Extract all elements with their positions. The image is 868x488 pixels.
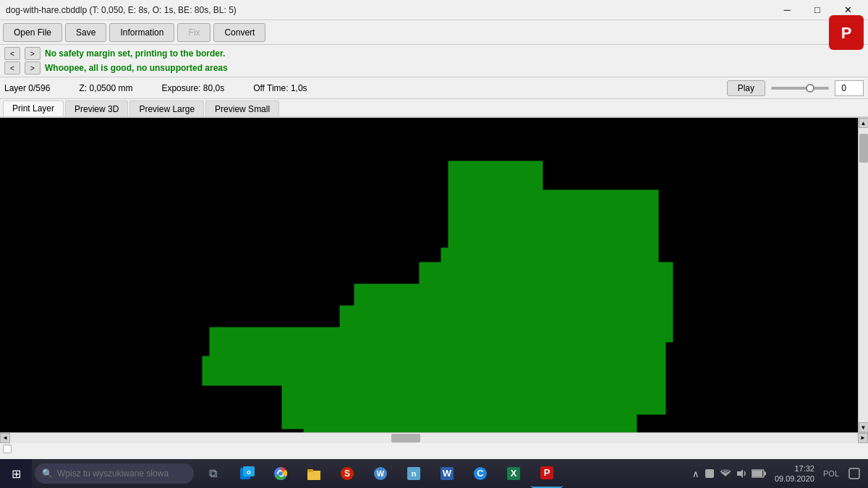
outlook-icon: o bbox=[239, 466, 255, 481]
save-button[interactable]: Save bbox=[65, 23, 106, 42]
z-info: Z: 0,0500 mm bbox=[79, 83, 132, 93]
taskbar-word[interactable]: W bbox=[431, 459, 463, 488]
svg-text:P: P bbox=[841, 24, 852, 42]
word-icon: W bbox=[439, 466, 455, 481]
scroll-left-arrow[interactable]: ◄ bbox=[0, 433, 10, 443]
taskbar: ⊞ 🔍 ⧉ o S bbox=[0, 459, 868, 488]
exposure-info: Exposure: 80,0s bbox=[161, 83, 224, 93]
vertical-scrollbar[interactable]: ▲ ▼ bbox=[858, 118, 868, 432]
scroll-down-arrow[interactable]: ▼ bbox=[859, 422, 869, 432]
slider-thumb[interactable] bbox=[806, 84, 814, 93]
scroll-thumb-horizontal[interactable] bbox=[391, 434, 420, 442]
scroll-track-horizontal[interactable] bbox=[10, 433, 858, 443]
svg-text:X: X bbox=[511, 468, 517, 479]
play-button[interactable]: Play bbox=[727, 80, 765, 96]
information-button[interactable]: Information bbox=[109, 23, 174, 42]
app1-icon: S bbox=[339, 466, 355, 481]
taskbar-apps: o S W n W bbox=[231, 459, 563, 488]
slider-track bbox=[771, 87, 829, 90]
svg-text:n: n bbox=[412, 469, 417, 478]
info-row-2: < > Whoopee, all is good, no unsupported… bbox=[4, 61, 864, 75]
start-button[interactable]: ⊞ bbox=[0, 459, 32, 488]
tab-print-layer[interactable]: Print Layer bbox=[3, 100, 64, 116]
nav-next-1[interactable]: > bbox=[25, 47, 41, 60]
notification-icon bbox=[848, 467, 861, 480]
taskbar-app3[interactable]: n bbox=[398, 459, 430, 488]
tabs: Print Layer Preview 3D Preview Large Pre… bbox=[0, 99, 868, 118]
notification-center[interactable] bbox=[843, 459, 865, 488]
taskbar-app2[interactable]: W bbox=[365, 459, 396, 488]
taskbar-search-input[interactable] bbox=[57, 468, 173, 479]
chrome-icon bbox=[273, 466, 289, 481]
svg-rect-10 bbox=[307, 469, 313, 472]
layer-spinbox[interactable] bbox=[835, 80, 864, 96]
convert-button[interactable]: Convert bbox=[213, 23, 265, 42]
taskbar-chrome[interactable] bbox=[265, 459, 297, 488]
tab-preview-small[interactable]: Preview Small bbox=[205, 100, 279, 116]
svg-text:W: W bbox=[377, 469, 385, 478]
toolbar: Open File Save Information Fix Convert P bbox=[0, 20, 868, 45]
show-hidden-icon[interactable]: ∧ bbox=[692, 468, 699, 479]
svg-text:P: P bbox=[544, 467, 550, 478]
taskbar-search[interactable]: 🔍 bbox=[35, 463, 194, 484]
svg-marker-26 bbox=[737, 469, 743, 478]
scroll-up-arrow[interactable]: ▲ bbox=[859, 118, 869, 128]
start-icon: ⊞ bbox=[12, 467, 21, 481]
explorer-icon bbox=[306, 466, 322, 481]
taskbar-outlook[interactable]: o bbox=[231, 459, 263, 488]
horizontal-scrollbar[interactable]: ◄ ► bbox=[0, 432, 868, 442]
speed-slider[interactable] bbox=[771, 82, 829, 95]
volume-icon bbox=[736, 468, 747, 479]
layer-bar: Layer 0/596 Z: 0,0500 mm Exposure: 80,0s… bbox=[0, 77, 868, 99]
layer-info: Layer 0/596 bbox=[4, 83, 50, 93]
fix-button[interactable]: Fix bbox=[177, 23, 210, 42]
offtime-info: Off Time: 1,0s bbox=[253, 83, 307, 93]
play-area: Play bbox=[727, 80, 864, 96]
window-title: dog-with-hare.cbddlp (T: 0,050, E: 8s, O… bbox=[6, 5, 237, 15]
svg-text:W: W bbox=[443, 468, 452, 479]
svg-rect-30 bbox=[849, 468, 859, 479]
info-row-1: < > No safety margin set, printing to th… bbox=[4, 46, 864, 61]
battery-icon bbox=[752, 468, 766, 479]
app3-icon: n bbox=[406, 466, 422, 481]
excel-icon: X bbox=[506, 466, 522, 481]
nav-next-2[interactable]: > bbox=[25, 61, 41, 74]
nav-prev-1[interactable]: < bbox=[4, 47, 20, 60]
tray-icon-1 bbox=[704, 468, 715, 479]
scroll-thumb-vertical[interactable] bbox=[859, 134, 868, 163]
taskbar-excel[interactable]: X bbox=[498, 459, 529, 488]
taskbar-explorer[interactable] bbox=[298, 459, 330, 488]
svg-text:S: S bbox=[344, 468, 350, 479]
layer-preview-svg bbox=[0, 118, 856, 432]
taskbar-app1[interactable]: S bbox=[331, 459, 363, 488]
scroll-right-arrow[interactable]: ► bbox=[858, 433, 868, 443]
task-view-icon: ⧉ bbox=[209, 467, 217, 480]
app-logo: P bbox=[827, 14, 865, 51]
indicator-dot[interactable] bbox=[3, 445, 12, 453]
title-bar: dog-with-hare.cbddlp (T: 0,050, E: 8s, O… bbox=[0, 0, 868, 20]
chrome2-icon: C bbox=[472, 466, 488, 481]
svg-rect-28 bbox=[752, 471, 762, 476]
svg-rect-29 bbox=[764, 472, 766, 476]
language-indicator: POL bbox=[823, 469, 839, 478]
taskbar-search-icon: 🔍 bbox=[42, 468, 53, 479]
task-view-button[interactable]: ⧉ bbox=[197, 459, 229, 488]
svg-text:C: C bbox=[477, 468, 484, 479]
taskbar-chrome2[interactable]: C bbox=[464, 459, 496, 488]
tab-preview-large[interactable]: Preview Large bbox=[129, 100, 204, 116]
info-area: < > No safety margin set, printing to th… bbox=[0, 45, 868, 77]
app2-icon: W bbox=[373, 466, 388, 481]
system-tray: ∧ 17:32 09.09.2020 POL bbox=[692, 459, 868, 488]
warning-text-2: Whoopee, all is good, no unsupported are… bbox=[45, 63, 228, 73]
resin-icon: P bbox=[539, 465, 555, 481]
canvas-area: ▲ ▼ bbox=[0, 118, 868, 432]
wifi-icon bbox=[720, 468, 731, 479]
nav-prev-2[interactable]: < bbox=[4, 61, 20, 74]
tab-preview-3d[interactable]: Preview 3D bbox=[65, 100, 128, 116]
system-time[interactable]: 17:32 09.09.2020 bbox=[770, 463, 819, 484]
open-file-button[interactable]: Open File bbox=[3, 23, 62, 42]
bottom-indicator-bar bbox=[0, 442, 868, 454]
svg-rect-25 bbox=[705, 469, 714, 478]
minimize-button[interactable]: ─ bbox=[773, 2, 801, 18]
taskbar-resin[interactable]: P bbox=[531, 459, 563, 488]
